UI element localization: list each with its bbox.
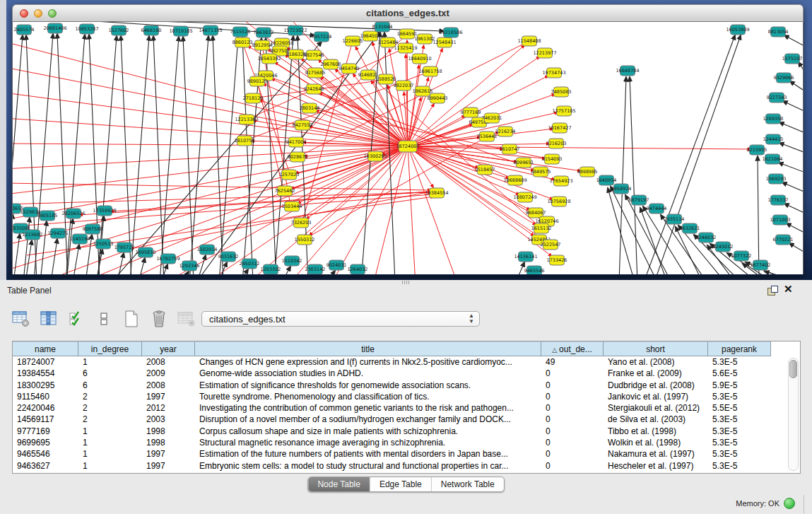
- table-cell[interactable]: Yano et al. (2008): [604, 356, 708, 368]
- table-cell[interactable]: 2008: [142, 356, 195, 368]
- table-cell[interactable]: 1: [78, 356, 142, 368]
- table-row[interactable]: 1872400712008Changes of HCN gene express…: [13, 356, 800, 368]
- table-cell[interactable]: 1: [78, 437, 142, 448]
- table-cell[interactable]: Jankovic et al. (1997): [604, 391, 708, 402]
- table-cell[interactable]: 2008: [142, 380, 195, 391]
- column-header-out-de-[interactable]: △out_de...: [541, 341, 604, 356]
- table-cell[interactable]: 1: [78, 460, 142, 472]
- table-cell[interactable]: Nakamura et al. (1997): [604, 448, 708, 460]
- table-cell[interactable]: 5.3E-5: [708, 460, 771, 472]
- table-cell[interactable]: 5.3E-5: [708, 356, 771, 368]
- table-cell[interactable]: 14569117: [13, 414, 78, 425]
- table-cell[interactable]: 1998: [142, 426, 195, 437]
- table-cell[interactable]: Genome-wide association studies in ADHD.: [195, 368, 541, 379]
- table-cell[interactable]: 0: [541, 402, 604, 414]
- table-cell[interactable]: 1997: [142, 391, 195, 402]
- table-cell[interactable]: 1997: [142, 460, 195, 472]
- table-cell[interactable]: 9465546: [13, 448, 78, 460]
- table-cell[interactable]: 5.3E-5: [708, 448, 771, 460]
- table-cell[interactable]: 18724007: [13, 356, 78, 368]
- column-header-pagerank[interactable]: pagerank: [708, 341, 771, 356]
- table-cell[interactable]: Franke et al. (2009): [604, 368, 708, 379]
- column-visibility-icon[interactable]: [39, 310, 59, 328]
- table-cell[interactable]: 1: [78, 448, 142, 460]
- network-window-titlebar[interactable]: citations_edges.txt: [12, 4, 804, 22]
- table-cell[interactable]: 5.6E-5: [708, 368, 771, 379]
- table-cell[interactable]: 1997: [142, 448, 195, 460]
- table-row[interactable]: 946362711997Embryonic stem cells: a mode…: [13, 460, 800, 472]
- tab-node-table[interactable]: Node Table: [308, 477, 370, 491]
- table-cell[interactable]: 2003: [142, 414, 195, 425]
- tab-edge-table[interactable]: Edge Table: [370, 477, 431, 491]
- column-header-year[interactable]: year: [142, 341, 195, 356]
- table-cell[interactable]: 9115460: [13, 391, 78, 402]
- table-cell[interactable]: Changes of HCN gene expression and I(f) …: [195, 356, 541, 368]
- table-cell[interactable]: 49: [541, 356, 604, 368]
- table-cell[interactable]: Tourette syndrome. Phenomenology and cla…: [195, 391, 541, 402]
- column-header-name[interactable]: name: [13, 341, 78, 356]
- table-row[interactable]: 911546021997Tourette syndrome. Phenomeno…: [13, 391, 800, 402]
- table-settings-icon[interactable]: [11, 310, 31, 328]
- table-cell[interactable]: 6: [78, 380, 142, 391]
- table-cell[interactable]: 5.3E-5: [708, 426, 771, 437]
- select-rows-icon[interactable]: [66, 310, 86, 328]
- table-cell[interactable]: 0: [541, 437, 604, 448]
- table-selector-dropdown[interactable]: citations_edges.txt ▲▼: [201, 311, 480, 327]
- table-cell[interactable]: 22420046: [13, 402, 78, 414]
- table-cell[interactable]: 2: [78, 391, 142, 402]
- table-cell[interactable]: 5.3E-5: [708, 414, 771, 425]
- table-cell[interactable]: Corpus callosum shape and size in male p…: [195, 426, 541, 437]
- memory-ok-icon[interactable]: [784, 498, 795, 509]
- table-cell[interactable]: Wolkin et al. (1998): [604, 437, 708, 448]
- row-height-icon[interactable]: [94, 310, 114, 328]
- table-row[interactable]: 2242004622012Investigating the contribut…: [13, 402, 800, 414]
- table-cell[interactable]: Estimation of the future numbers of pati…: [195, 448, 541, 460]
- table-cell[interactable]: 0: [541, 368, 604, 379]
- table-cell[interactable]: 9777169: [13, 426, 78, 437]
- table-cell[interactable]: 1: [78, 426, 142, 437]
- table-cell[interactable]: 5.9E-5: [708, 380, 771, 391]
- table-cell[interactable]: Structural magnetic resonance image aver…: [195, 437, 541, 448]
- vertical-scrollbar[interactable]: [788, 358, 799, 471]
- table-cell[interactable]: 0: [541, 426, 604, 437]
- citation-graph[interactable]: 1872400718300295193845548860123891295418…: [13, 22, 803, 274]
- tab-network-table[interactable]: Network Table: [431, 477, 504, 491]
- table-cell[interactable]: 0: [541, 380, 604, 391]
- column-header-short[interactable]: short: [604, 341, 708, 356]
- table-cell[interactable]: 5.3E-5: [708, 437, 771, 448]
- table-cell[interactable]: Dudbridge et al. (2008): [604, 380, 708, 391]
- table-cell[interactable]: Investigating the contribution of common…: [195, 402, 541, 414]
- table-cell[interactable]: 0: [541, 460, 604, 472]
- network-canvas[interactable]: 1872400718300295193845548860123891295418…: [12, 22, 804, 274]
- table-cell[interactable]: Disruption of a novel member of a sodium…: [195, 414, 541, 425]
- table-row[interactable]: 1456911722003Disruption of a novel membe…: [13, 414, 800, 425]
- table-cell[interactable]: 1998: [142, 437, 195, 448]
- table-cell[interactable]: 9699695: [13, 437, 78, 448]
- table-cell[interactable]: Estimation of significance thresholds fo…: [195, 380, 541, 391]
- table-cell[interactable]: 2: [78, 414, 142, 425]
- scrollbar-thumb[interactable]: [789, 360, 797, 378]
- table-row[interactable]: 969969511998Structural magnetic resonanc…: [13, 437, 800, 448]
- table-row[interactable]: 946554611997Estimation of the future num…: [13, 448, 800, 460]
- table-cell[interactable]: 18300295: [13, 380, 78, 391]
- table-cell[interactable]: 9463627: [13, 460, 78, 472]
- close-panel-icon[interactable]: ✕: [784, 283, 793, 296]
- table-cell[interactable]: Embryonic stem cells: a model to study s…: [195, 460, 541, 472]
- table-cell[interactable]: Hescheler et al. (1997): [604, 460, 708, 472]
- delete-column-icon[interactable]: [149, 310, 169, 328]
- table-cell[interactable]: 2: [78, 402, 142, 414]
- table-cell[interactable]: 0: [541, 414, 604, 425]
- table-cell[interactable]: 5.5E-5: [708, 402, 771, 414]
- table-cell[interactable]: de Silva et al. (2003): [604, 414, 708, 425]
- column-header-in-degree[interactable]: in_degree: [78, 341, 142, 356]
- table-row[interactable]: 1830029562008Estimation of significance …: [13, 380, 800, 391]
- table-cell[interactable]: 0: [541, 391, 604, 402]
- table-cell[interactable]: 6: [78, 368, 142, 379]
- table-cell[interactable]: 19384554: [13, 368, 78, 379]
- table-cell[interactable]: 2012: [142, 402, 195, 414]
- table-row[interactable]: 977716911998Corpus callosum shape and si…: [13, 426, 800, 437]
- float-panel-icon[interactable]: [767, 286, 778, 296]
- column-header-title[interactable]: title: [195, 341, 541, 356]
- table-cell[interactable]: 5.3E-5: [708, 391, 771, 402]
- new-column-icon[interactable]: [122, 310, 141, 328]
